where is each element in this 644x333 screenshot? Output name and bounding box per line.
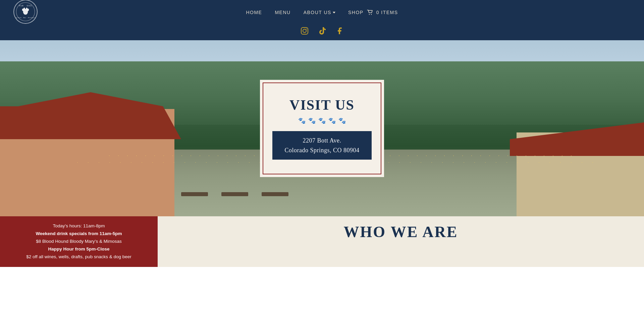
specials-bloody-mary: $8 Blood Hound Bloody Mary's & Mimosas xyxy=(8,238,150,245)
about-us-wrap[interactable]: ABOUT US xyxy=(304,10,335,15)
nav-menu[interactable]: MENU xyxy=(275,10,290,15)
specials-weekend: Weekend drink specials from 11am-5pm xyxy=(8,230,150,238)
paw-icon-3: 🐾 xyxy=(318,117,326,124)
svg-point-5 xyxy=(23,8,25,10)
paw-icon-2: 🐾 xyxy=(308,117,316,124)
paw-icon-4: 🐾 xyxy=(328,117,336,124)
visit-us-card: VISIT US 🐾 🐾 🐾 🐾 🐾 2207 Bott Ave. Colora… xyxy=(260,80,384,177)
bottom-section: Today's hours: 11am-8pm Weekend drink sp… xyxy=(0,216,644,267)
nav-links: HOME MENU ABOUT US SHOP 0 Items xyxy=(246,10,398,15)
paw-icon-1: 🐾 xyxy=(298,117,306,124)
logo-wrap[interactable]: PUB · DOG Dog Park · Bar · Restaurant xyxy=(13,0,38,24)
svg-point-6 xyxy=(26,8,27,10)
paw-icon-5: 🐾 xyxy=(338,117,346,124)
svg-rect-10 xyxy=(301,27,308,34)
nav-cart-count[interactable]: 0 Items xyxy=(376,10,398,15)
specials-discount: $2 off all wines, wells, drafts, pub sna… xyxy=(8,253,150,261)
specials-happy-hour: Happy Hour from 5pm-Close xyxy=(8,245,150,253)
svg-point-8 xyxy=(369,14,369,15)
logo-circle: PUB · DOG Dog Park · Bar · Restaurant xyxy=(13,0,38,24)
cart-icon xyxy=(367,10,373,15)
chevron-down-icon xyxy=(333,12,335,13)
hero-section: VISIT US 🐾 🐾 🐾 🐾 🐾 2207 Bott Ave. Colora… xyxy=(0,40,644,216)
svg-point-11 xyxy=(303,29,306,33)
address-line2: Colorado Springs, CO 80904 xyxy=(284,146,359,155)
nav-about-us[interactable]: ABOUT US xyxy=(304,10,331,15)
svg-text:PUB · DOG: PUB · DOG xyxy=(19,5,32,7)
who-we-are-section: WHO WE ARE xyxy=(158,216,644,247)
paw-decorations: 🐾 🐾 🐾 🐾 🐾 xyxy=(298,117,346,124)
specials-hours: Today's hours: 11am-8pm xyxy=(8,222,150,230)
svg-text:Dog Park · Bar · Restaurant: Dog Park · Bar · Restaurant xyxy=(16,17,35,18)
nav-shop[interactable]: SHOP xyxy=(348,10,364,15)
address-line1: 2207 Bott Ave. xyxy=(284,136,359,146)
address-box: 2207 Bott Ave. Colorado Springs, CO 8090… xyxy=(272,131,371,160)
visit-card-border xyxy=(263,82,381,174)
svg-point-12 xyxy=(306,29,307,29)
svg-point-9 xyxy=(371,14,371,15)
who-we-are-title: WHO WE ARE xyxy=(344,223,458,241)
nav-home[interactable]: HOME xyxy=(246,10,262,15)
shop-cart-wrap[interactable]: SHOP 0 Items xyxy=(348,10,398,15)
nav-bar: PUB · DOG Dog Park · Bar · Restaurant HO… xyxy=(0,0,644,23)
logo-svg: PUB · DOG Dog Park · Bar · Restaurant xyxy=(16,2,35,21)
visit-us-title: VISIT US xyxy=(289,97,355,113)
header: PUB · DOG Dog Park · Bar · Restaurant HO… xyxy=(0,0,644,40)
social-bar xyxy=(0,23,644,40)
specials-box: Today's hours: 11am-8pm Weekend drink sp… xyxy=(0,216,158,267)
instagram-icon[interactable] xyxy=(301,27,309,35)
tiktok-icon[interactable] xyxy=(319,27,326,35)
facebook-icon[interactable] xyxy=(336,27,343,35)
